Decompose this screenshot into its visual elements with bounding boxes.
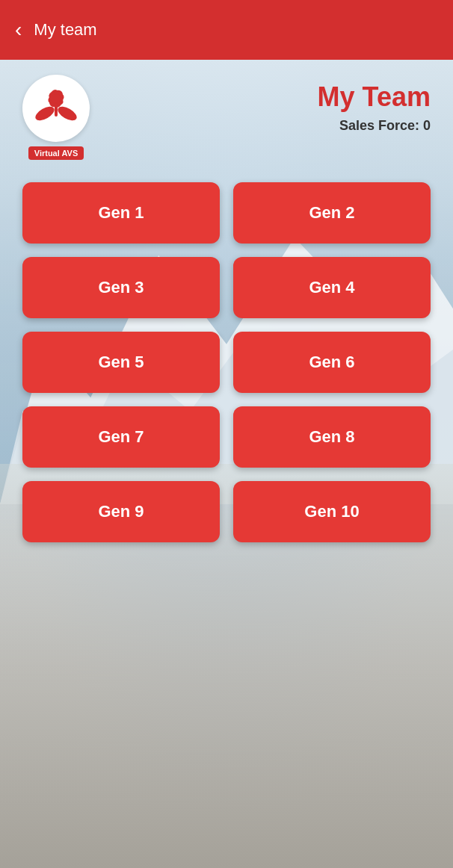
header-title: My team xyxy=(34,20,96,40)
title-section: My Team Sales Force: 0 xyxy=(318,75,431,134)
gen-grid: Gen 1Gen 2Gen 3Gen 4Gen 5Gen 6Gen 7Gen 8… xyxy=(22,182,431,542)
gen-button-gen2[interactable]: Gen 2 xyxy=(233,182,431,244)
sales-force-info: Sales Force: 0 xyxy=(318,118,431,134)
page-title: My Team xyxy=(318,82,431,112)
brand-logo-icon xyxy=(30,82,82,134)
gen-button-gen3[interactable]: Gen 3 xyxy=(22,257,220,318)
svg-point-4 xyxy=(52,94,61,103)
app-header: ‹ My team xyxy=(0,0,453,60)
gen-button-gen4[interactable]: Gen 4 xyxy=(233,257,431,318)
brand-name-label: Virtual AVS xyxy=(28,146,84,160)
logo-container: Virtual AVS xyxy=(22,75,90,160)
sales-force-label: Sales Force: xyxy=(339,118,419,133)
logo-circle xyxy=(22,75,90,142)
back-button[interactable]: ‹ xyxy=(15,19,22,40)
gen-button-gen1[interactable]: Gen 1 xyxy=(22,182,220,244)
sales-force-value: 0 xyxy=(423,118,431,133)
gen-button-gen5[interactable]: Gen 5 xyxy=(22,332,220,393)
main-content: Virtual AVS My Team Sales Force: 0 Gen 1… xyxy=(0,60,453,868)
gen-button-gen6[interactable]: Gen 6 xyxy=(233,332,431,393)
top-row: Virtual AVS My Team Sales Force: 0 xyxy=(22,75,431,160)
gen-button-gen7[interactable]: Gen 7 xyxy=(22,406,220,468)
svg-rect-7 xyxy=(55,103,58,117)
gen-button-gen9[interactable]: Gen 9 xyxy=(22,481,220,542)
gen-button-gen8[interactable]: Gen 8 xyxy=(233,406,431,468)
gen-button-gen10[interactable]: Gen 10 xyxy=(233,481,431,542)
